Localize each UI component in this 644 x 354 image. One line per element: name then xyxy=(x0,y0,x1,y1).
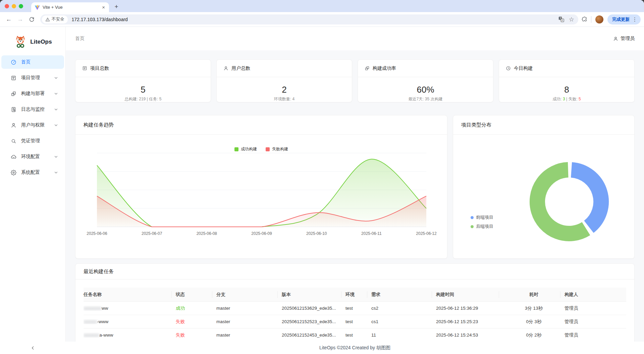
version-cell: 20250612152523_ede35... xyxy=(282,319,345,324)
breadcrumb: 首页 xyxy=(75,36,85,42)
app-logo[interactable]: LiteOps xyxy=(0,30,65,54)
stats-row: 项目总数 5 总构建: 219 | 任务: 5 用户总数 2 环境数量: 4 xyxy=(75,59,635,102)
logo-text: LiteOps xyxy=(30,39,52,45)
stat-title: 项目总数 xyxy=(90,65,109,71)
svg-text:2025-06-11: 2025-06-11 xyxy=(361,231,382,236)
stat-value: 8 xyxy=(499,84,634,95)
stat-title: 今日构建 xyxy=(514,65,533,71)
build-time-cell: 2025-06-12 15:24:53 xyxy=(436,333,503,338)
column-header: 耗时 xyxy=(503,288,565,302)
env-cell: test xyxy=(345,319,371,324)
address-bar[interactable]: 不安全 172.17.103.173/dashboard 文 A ☆ xyxy=(40,14,578,24)
sidebar: LiteOps 首页 项目管理 构建与部署 xyxy=(0,27,66,342)
requirement-cell: cs2 xyxy=(371,306,436,311)
requirement-cell: 11 xyxy=(371,333,436,338)
svg-text:2025-06-06: 2025-06-06 xyxy=(87,231,107,236)
security-chip[interactable]: 不安全 xyxy=(42,15,68,23)
table-row[interactable]: xxxxxxxa-www 失败 master 20250612152453_ed… xyxy=(84,328,626,342)
sidebar-item-label: 用户与权限 xyxy=(21,122,45,128)
table-title: 最近构建任务 xyxy=(84,268,114,275)
stat-subtitle: 最近7天: 35 次构建 xyxy=(358,96,493,102)
translate-icon[interactable]: 文 A xyxy=(558,16,564,22)
table-row[interactable]: xxxxxx-www 失败 master 20250612152523_ede3… xyxy=(84,315,626,328)
sidebar-item-home[interactable]: 首页 xyxy=(1,55,64,69)
column-header: 版本 xyxy=(282,288,345,302)
stat-card-success-rate: 构建成功率 60% 最近7天: 35 次构建 xyxy=(358,59,493,102)
tab-close-icon[interactable]: × xyxy=(101,5,106,10)
recent-builds-card: 最近构建任务 任务名称 状态 分支 版本 环境 需求 构建时间 耗时 构建人 x… xyxy=(75,263,635,342)
chevron-down-icon xyxy=(54,155,58,159)
update-button-label: 完成更新 xyxy=(612,16,630,22)
kebab-menu-icon[interactable]: ⋮ xyxy=(632,17,637,22)
stat-card-users: 用户总数 2 环境数量: 4 xyxy=(216,59,352,102)
sidebar-item-users-permissions[interactable]: 用户与权限 xyxy=(1,118,64,132)
sidebar-item-build-deploy[interactable]: 构建与部署 xyxy=(1,87,64,100)
sidebar-item-logs-monitoring[interactable]: 日志与监控 xyxy=(1,103,64,116)
env-cell: test xyxy=(345,333,371,338)
credential-icon xyxy=(11,138,16,144)
sidebar-item-credentials[interactable]: 凭证管理 xyxy=(1,134,64,148)
charts-row: 构建任务趋势 成功构建 失败构建 2025-06-062025-06-07202… xyxy=(75,115,635,259)
svg-text:2025-06-09: 2025-06-09 xyxy=(251,231,272,236)
footer-text: LiteOps ©2024 Created by 胡图图 xyxy=(66,345,644,351)
stat-value: 2 xyxy=(217,84,352,95)
new-tab-button[interactable]: + xyxy=(112,2,121,11)
clock-icon xyxy=(506,66,511,71)
stat-subtitle: 成功: 3 | 失败: 5 xyxy=(499,96,634,102)
build-trend-card: 构建任务趋势 成功构建 失败构建 2025-06-062025-06-07202… xyxy=(75,115,447,259)
chevron-down-icon xyxy=(54,76,58,80)
chevron-down-icon xyxy=(54,170,58,174)
version-cell: 20250612153629_ede35... xyxy=(282,306,345,311)
branch-cell: master xyxy=(216,319,282,324)
chevron-down-icon xyxy=(54,123,58,127)
page-footer: LiteOps ©2024 Created by 胡图图 xyxy=(0,342,644,354)
browser-chrome: Vite + Vue × + ← → xyxy=(0,0,644,27)
column-header: 分支 xyxy=(216,288,282,302)
maximize-window-button[interactable] xyxy=(19,4,23,8)
minimize-window-button[interactable] xyxy=(12,4,16,8)
builder-cell: 管理员 xyxy=(565,319,626,325)
stat-card-projects: 项目总数 5 总构建: 219 | 任务: 5 xyxy=(75,59,211,102)
status-badge: 失败 xyxy=(176,319,216,325)
sidebar-item-label: 系统配置 xyxy=(21,169,40,175)
column-header: 环境 xyxy=(345,288,371,302)
chrome-update-button[interactable]: 完成更新 ⋮ xyxy=(607,14,641,24)
sidebar-item-label: 日志与监控 xyxy=(21,106,45,112)
project-type-card: 项目类型分布 前端项目 后端项目 xyxy=(453,115,635,259)
security-label: 不安全 xyxy=(52,16,64,22)
sidebar-collapse-button[interactable] xyxy=(0,346,66,350)
branch-cell: master xyxy=(216,333,282,338)
window-controls xyxy=(0,0,28,12)
svg-text:2025-06-10: 2025-06-10 xyxy=(306,231,327,236)
sidebar-item-projects[interactable]: 项目管理 xyxy=(1,71,64,85)
back-button[interactable]: ← xyxy=(4,15,13,24)
log-monitor-icon xyxy=(11,107,16,112)
chevron-down-icon xyxy=(54,107,58,111)
duration-cell: 0分 2秒 xyxy=(503,332,565,338)
forward-button[interactable]: → xyxy=(15,15,25,24)
stat-value: 60% xyxy=(358,84,493,95)
build-deploy-icon xyxy=(11,91,16,97)
table-row[interactable]: xxxxxxxxww 成功 master 20250612153629_ede3… xyxy=(84,302,626,315)
stat-value: 5 xyxy=(75,84,211,95)
profile-avatar[interactable] xyxy=(595,15,603,23)
chevron-down-icon xyxy=(54,92,58,96)
success-count: 3 xyxy=(563,97,565,101)
column-header: 状态 xyxy=(176,288,216,302)
column-header: 构建人 xyxy=(565,288,626,302)
sidebar-item-environment[interactable]: 环境配置 xyxy=(1,150,64,163)
extensions-icon[interactable] xyxy=(581,16,587,22)
reload-button[interactable] xyxy=(27,15,36,24)
column-header: 构建时间 xyxy=(436,288,503,302)
bookmark-star-icon[interactable]: ☆ xyxy=(569,16,574,22)
user-menu[interactable]: 管理员 xyxy=(613,36,635,42)
warning-icon xyxy=(45,17,50,22)
browser-tab[interactable]: Vite + Vue × xyxy=(31,2,109,12)
status-badge: 成功 xyxy=(176,305,216,311)
tab-title: Vite + Vue xyxy=(43,5,101,10)
close-window-button[interactable] xyxy=(5,4,9,8)
requirement-cell: cs1 xyxy=(371,319,436,324)
chevron-left-icon xyxy=(31,346,35,350)
sidebar-item-system-config[interactable]: 系统配置 xyxy=(1,166,64,179)
page-header: 首页 管理员 xyxy=(75,27,635,50)
